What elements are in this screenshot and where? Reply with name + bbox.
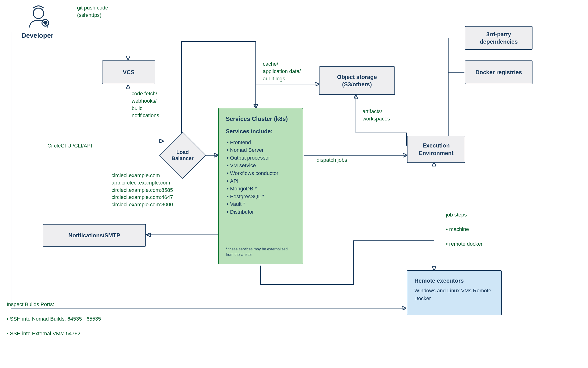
inspect-builds-item: SSH into Nomad Builds: 64535 - 65535	[7, 315, 101, 323]
job-steps-item: machine	[446, 226, 482, 233]
services-footnote: * these services may be externalized fro…	[226, 247, 296, 257]
service-item: Vault *	[227, 201, 279, 208]
services-list: Frontend Nomad Server Output processor V…	[226, 138, 279, 216]
node-vcs: VCS	[102, 60, 155, 84]
service-item: Output processor	[227, 155, 279, 161]
node-execution-env-label: Execution Environment	[413, 142, 459, 156]
job-steps-title: job steps	[446, 211, 482, 219]
node-third-party: 3rd-party dependencies	[465, 26, 532, 50]
node-docker-registries-label: Docker registries	[475, 69, 522, 76]
service-item: Nomad Server	[227, 147, 279, 154]
node-object-storage-label: Object storage (S3/others)	[325, 73, 389, 88]
label-cache: cache/ application data/ audit logs	[263, 60, 301, 82]
services-title: Services Cluster (k8s)	[226, 115, 288, 123]
node-execution-environment: Execution Environment	[407, 136, 465, 163]
service-item: API	[227, 178, 279, 185]
services-subtitle: Services include:	[226, 128, 272, 135]
label-dispatch: dispatch jobs	[317, 156, 347, 164]
remote-executors-title: Remote executors	[414, 277, 464, 284]
service-item: Workflows conductor	[227, 170, 279, 177]
label-code-fetch: code fetch/ webhooks/ build notification…	[132, 90, 159, 119]
service-item: PostgresSQL *	[227, 193, 279, 200]
developer-icon	[27, 5, 50, 30]
label-job-steps: job steps machine remote docker	[446, 204, 482, 255]
label-artifacts: artifacts/ workspaces	[363, 108, 390, 123]
node-object-storage: Object storage (S3/others)	[319, 66, 395, 95]
inspect-builds-item: SSH into External VMs: 54782	[7, 330, 101, 337]
node-remote-executors: Remote executors Windows and Linux VMs R…	[407, 270, 502, 315]
service-item: Frontend	[227, 139, 279, 146]
remote-executors-sub: Windows and Linux VMs Remote Docker	[414, 287, 494, 302]
job-steps-item: remote docker	[446, 240, 482, 248]
label-git-push: git push code (ssh/https)	[77, 4, 108, 19]
node-load-balancer-label: Load Balancer	[167, 149, 199, 162]
service-item: MongoDB *	[227, 185, 279, 192]
developer-label: Developer	[21, 31, 53, 40]
node-vcs-label: VCS	[123, 69, 134, 76]
inspect-builds-title: Inspect Builds Ports:	[7, 301, 101, 308]
service-item: VM service	[227, 162, 279, 169]
node-notifications-label: Notifications/SMTP	[68, 232, 120, 239]
label-lb-hosts: circleci.example.com app.circleci.exampl…	[112, 172, 173, 208]
label-inspect-builds: Inspect Builds Ports: SSH into Nomad Bui…	[7, 294, 101, 345]
svg-point-0	[33, 8, 44, 18]
label-circleci-ui: CircleCI UI/CLI/API	[47, 142, 92, 150]
service-item: Distributor	[227, 209, 279, 216]
node-services-cluster: Services Cluster (k8s) Services include:…	[218, 108, 303, 264]
node-docker-registries: Docker registries	[465, 60, 532, 84]
node-notifications: Notifications/SMTP	[43, 224, 146, 247]
node-third-party-label: 3rd-party dependencies	[471, 31, 527, 45]
